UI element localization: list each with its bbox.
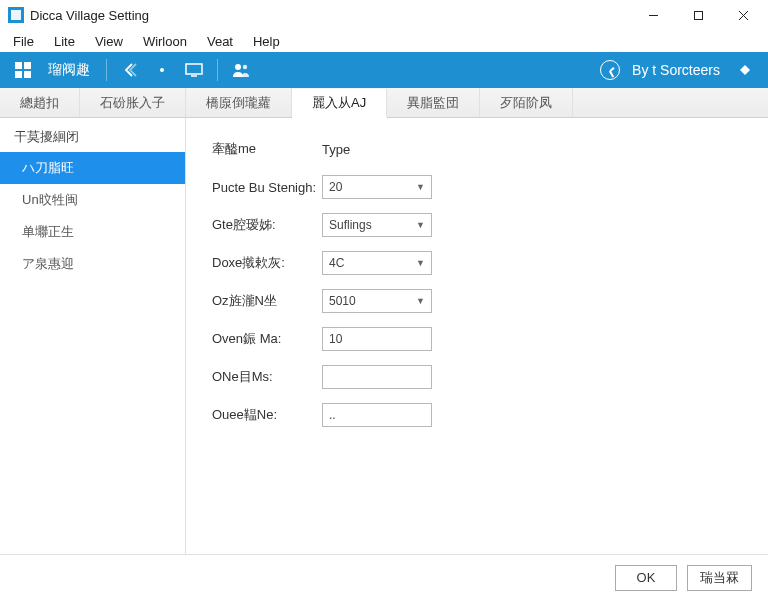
tab-1[interactable]: 石砏胀入子 — [80, 88, 186, 117]
tab-5[interactable]: 歹陌阶凤 — [480, 88, 573, 117]
tab-4[interactable]: 異脂監団 — [387, 88, 480, 117]
menu-view[interactable]: View — [86, 32, 132, 51]
back-icon[interactable] — [117, 57, 143, 83]
title-bar: Dicca Village Setting — [0, 0, 768, 30]
chevron-down-icon: ▼ — [416, 182, 425, 192]
svg-rect-7 — [15, 71, 22, 78]
row-0-combo[interactable]: 20▼ — [322, 175, 432, 199]
diamond-icon[interactable] — [732, 57, 758, 83]
app-icon — [8, 7, 24, 23]
sidebar-heading: 干莫擾絗闭 — [0, 122, 185, 152]
sidebar-item-0[interactable]: ハ刀脂旺 — [0, 152, 185, 184]
row-1-combo[interactable]: Suflings▼ — [322, 213, 432, 237]
window-title: Dicca Village Setting — [30, 8, 149, 23]
row-4-label: Oven鋠 Ma: — [212, 330, 322, 348]
svg-marker-14 — [740, 65, 750, 75]
sidebar: 干莫擾絗闭 ハ刀脂旺 Un旼牲闽 单壣正生 ア泉惠迎 — [0, 118, 186, 554]
column-type: Type — [322, 142, 350, 157]
svg-point-9 — [160, 68, 164, 72]
row-5-input[interactable] — [322, 365, 432, 389]
chevron-down-icon: ▼ — [416, 296, 425, 306]
menu-wirloon[interactable]: Wirloon — [134, 32, 196, 51]
footer: OK 瑞当罧 — [0, 554, 768, 600]
grid-icon[interactable] — [10, 57, 36, 83]
cancel-button[interactable]: 瑞当罧 — [687, 565, 752, 591]
menu-file[interactable]: File — [4, 32, 43, 51]
row-2-label: Doxe撠欶灰: — [212, 254, 322, 272]
sidebar-item-1[interactable]: Un旼牲闽 — [0, 184, 185, 216]
row-1-label: Gte腔瑷姊: — [212, 216, 322, 234]
row-2-combo[interactable]: 4C▼ — [322, 251, 432, 275]
menu-lite[interactable]: Lite — [45, 32, 84, 51]
svg-rect-8 — [24, 71, 31, 78]
svg-point-12 — [235, 64, 241, 70]
svg-rect-6 — [24, 62, 31, 69]
tab-2[interactable]: 橋厡倒瓏蘿 — [186, 88, 292, 117]
menu-veat[interactable]: Veat — [198, 32, 242, 51]
monitor-icon[interactable] — [181, 57, 207, 83]
menu-bar: File Lite View Wirloon Veat Help — [0, 30, 768, 52]
row-6-input[interactable]: .. — [322, 403, 432, 427]
tab-3[interactable]: 麗入从AJ — [292, 89, 387, 118]
svg-rect-2 — [695, 11, 703, 19]
sidebar-item-2[interactable]: 单壣正生 — [0, 216, 185, 248]
ribbon-label: 瑠阀趣 — [42, 61, 96, 79]
clock-icon[interactable] — [600, 60, 620, 80]
sidebar-item-3[interactable]: ア泉惠迎 — [0, 248, 185, 280]
ribbon-right-label[interactable]: By t Sorcteers — [626, 62, 726, 78]
row-0-label: Pucte Bu Stenigh: — [212, 180, 322, 195]
maximize-button[interactable] — [676, 1, 721, 29]
user-icon[interactable] — [228, 57, 254, 83]
chevron-down-icon: ▼ — [416, 220, 425, 230]
svg-point-13 — [243, 65, 247, 69]
ribbon-bar: 瑠阀趣 By t Sorcteers — [0, 52, 768, 88]
chevron-down-icon: ▼ — [416, 258, 425, 268]
column-name: 牽醠me — [212, 140, 322, 158]
svg-rect-5 — [15, 62, 22, 69]
menu-help[interactable]: Help — [244, 32, 289, 51]
row-3-label: Oz旌瀧N坐 — [212, 292, 322, 310]
row-4-input[interactable]: 10 — [322, 327, 432, 351]
content-area: 干莫擾絗闭 ハ刀脂旺 Un旼牲闽 单壣正生 ア泉惠迎 牽醠me Type Puc… — [0, 118, 768, 554]
row-3-combo[interactable]: 5010▼ — [322, 289, 432, 313]
row-5-label: ONe目Ms: — [212, 368, 322, 386]
tab-0[interactable]: 總趙扣 — [0, 88, 80, 117]
form-area: 牽醠me Type Pucte Bu Stenigh: 20▼ Gte腔瑷姊: … — [186, 118, 768, 554]
ok-button[interactable]: OK — [615, 565, 677, 591]
close-button[interactable] — [721, 1, 766, 29]
svg-rect-10 — [186, 64, 202, 74]
tab-strip: 總趙扣 石砏胀入子 橋厡倒瓏蘿 麗入从AJ 異脂監団 歹陌阶凤 — [0, 88, 768, 118]
minimize-button[interactable] — [631, 1, 676, 29]
dot-icon[interactable] — [149, 57, 175, 83]
row-6-label: Ouee鞰Ne: — [212, 406, 322, 424]
svg-rect-0 — [11, 10, 21, 20]
